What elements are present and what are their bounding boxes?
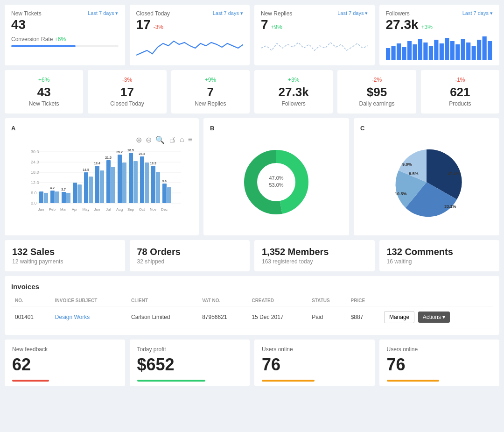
manage-button[interactable]: Manage [384, 311, 414, 323]
stat-val-2: 7 [178, 85, 243, 99]
invoices-section: Invoices NO. INVOICE SUBJECT CLIENT VAT … [5, 276, 499, 335]
feedback-bar [12, 380, 49, 382]
zoom-in-icon[interactable]: ⊕ [136, 135, 142, 144]
svg-text:Feb: Feb [49, 207, 56, 212]
zoom-out-icon[interactable]: ⊖ [146, 135, 152, 144]
users-online-bar-2 [387, 380, 440, 382]
bottom-cards-row: New feedback 62 Today profit $652 Users … [5, 340, 499, 386]
svg-rect-11 [445, 38, 449, 60]
profit-value: $652 [137, 355, 243, 374]
svg-rect-47 [95, 166, 99, 203]
svg-text:3.9: 3.9 [39, 187, 43, 191]
menu-icon[interactable]: ≡ [188, 135, 192, 144]
profit-bar [137, 380, 206, 382]
inv-vat: 87956621 [198, 306, 248, 328]
col-status: STATUS [308, 295, 347, 306]
stat-cards-row: +6% 43 New Tickets -3% 17 Closed Today +… [5, 70, 499, 113]
col-client: CLIENT [127, 295, 198, 306]
new-replies-change: +9% [271, 24, 282, 30]
chart-c-pie: 47.4% 33.1% 10.5% 9.0% 8.5% [360, 135, 493, 229]
followers-filter[interactable]: Last 7 days ▾ [462, 10, 493, 16]
svg-rect-66 [167, 187, 171, 203]
chart-a-area: 30.0 24.0 18.0 12.0 6.0 0.0 [11, 146, 192, 222]
svg-rect-41 [73, 183, 77, 203]
top-cards-row: New Tickets Last 7 days ▾ 43 Conversion … [5, 5, 499, 65]
stat-label-1: Closed Today [94, 100, 160, 107]
svg-text:47.0%: 47.0% [269, 175, 283, 181]
svg-rect-15 [466, 42, 470, 60]
svg-rect-57 [133, 161, 138, 203]
svg-text:3.7: 3.7 [61, 188, 66, 191]
inv-subject[interactable]: Design Works [51, 306, 127, 328]
sales-main: 132 Sales [12, 247, 118, 257]
inv-created: 15 Dec 2017 [248, 306, 308, 328]
dashboard: New Tickets Last 7 days ▾ 43 Conversion … [0, 0, 504, 391]
svg-rect-12 [450, 41, 454, 60]
svg-rect-0 [386, 48, 390, 60]
users-online-value-2: 76 [387, 355, 492, 374]
svg-rect-19 [488, 41, 492, 60]
svg-rect-18 [482, 36, 486, 60]
users-online-title-1: Users online [262, 346, 367, 353]
svg-rect-10 [439, 43, 443, 60]
svg-text:Jan: Jan [38, 207, 44, 212]
summary-orders: 78 Orders 32 shipped [130, 240, 250, 271]
closed-today-card: Closed Today Last 7 days ▾ 17 -3% [130, 5, 250, 65]
summary-sales: 132 Sales 12 waiting payments [5, 240, 125, 271]
svg-text:14.5: 14.5 [83, 168, 89, 171]
new-replies-title: New Replies [261, 10, 292, 17]
svg-rect-59 [140, 156, 144, 203]
users-online-value-1: 76 [262, 355, 367, 374]
svg-rect-6 [418, 39, 422, 60]
conv-progress-bar [11, 45, 119, 47]
members-main: 1,352 Members [262, 247, 367, 257]
stat-val-1: 17 [94, 85, 160, 99]
svg-rect-39 [66, 193, 70, 203]
new-tickets-filter[interactable]: Last 7 days ▾ [88, 10, 118, 16]
svg-text:4.2: 4.2 [50, 186, 55, 190]
stat-card-1: -3% 17 Closed Today [88, 70, 166, 113]
stat-card-5: -1% 621 Products [421, 70, 499, 113]
profit-title: Today profit [137, 346, 243, 353]
stat-label-5: Products [427, 100, 493, 107]
users-online-bar-1 [262, 380, 315, 382]
users-online-card-2: Users online 76 [379, 340, 500, 386]
users-online-title-2: Users online [387, 346, 492, 353]
svg-rect-53 [118, 155, 122, 203]
chart-a-svg: 30.0 24.0 18.0 12.0 6.0 0.0 [11, 146, 192, 221]
svg-text:53.0%: 53.0% [269, 182, 283, 188]
svg-rect-1 [391, 46, 395, 60]
svg-rect-35 [50, 191, 55, 203]
stat-val-0: 43 [11, 85, 77, 99]
stat-pct-1: -3% [94, 77, 160, 83]
svg-rect-5 [413, 44, 417, 60]
new-replies-filter[interactable]: Last 7 days ▾ [337, 10, 368, 16]
svg-rect-65 [162, 184, 167, 203]
svg-rect-32 [39, 191, 43, 203]
magnify-icon[interactable]: 🔍 [155, 135, 165, 144]
svg-text:8.5%: 8.5% [409, 171, 419, 176]
chart-b-donut: 47.0% 53.0% [210, 135, 343, 229]
followers-title: Followers [386, 10, 410, 17]
svg-rect-51 [111, 167, 115, 203]
new-replies-value: 7 [261, 18, 268, 32]
svg-text:47.4%: 47.4% [448, 171, 460, 176]
actions-button[interactable]: Actions ▾ [418, 312, 450, 323]
stat-pct-3: +3% [261, 77, 326, 83]
home-icon[interactable]: ⌂ [180, 135, 184, 144]
orders-sub: 32 shipped [137, 258, 243, 265]
closed-today-filter[interactable]: Last 7 days ▾ [213, 10, 243, 16]
followers-card: Followers Last 7 days ▾ 27.3k +3% [379, 5, 500, 65]
svg-rect-56 [129, 153, 133, 203]
chart-row: A ⊕ ⊖ 🔍 🖨 ⌂ ≡ 30.0 24.0 18.0 12.0 6.0 0.… [5, 118, 499, 235]
print-icon[interactable]: 🖨 [168, 135, 176, 144]
svg-text:Apr: Apr [72, 207, 78, 212]
chart-a-label: A [11, 125, 192, 132]
svg-rect-16 [471, 46, 476, 60]
svg-rect-44 [84, 172, 88, 203]
chart-c-label: C [360, 125, 493, 132]
summary-members: 1,352 Members 163 registered today [254, 240, 375, 271]
inv-no: 001401 [11, 306, 51, 328]
chart-b-label: B [210, 125, 343, 132]
svg-text:26.5: 26.5 [127, 149, 134, 152]
